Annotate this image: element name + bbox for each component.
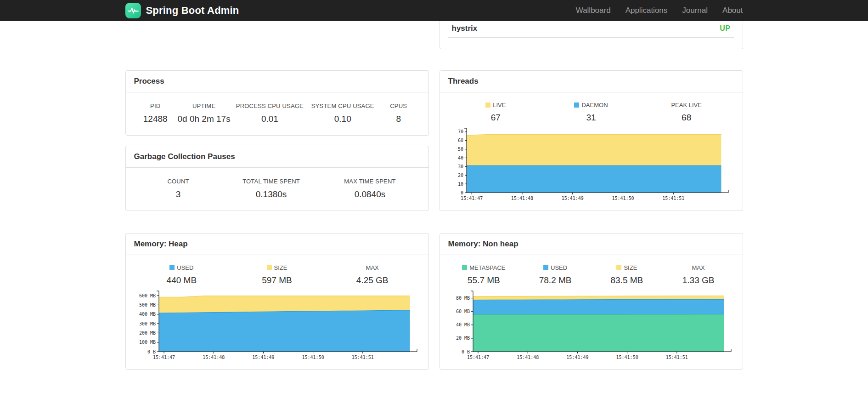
- legend-label: MAX: [692, 264, 705, 271]
- size-swatch-icon: [267, 265, 272, 270]
- health-item-name: hystrix: [452, 24, 478, 33]
- nav-item-journal[interactable]: Journal: [682, 6, 708, 15]
- gc-panel-title: Garbage Collection Pauses: [126, 146, 428, 168]
- svg-text:60 MB: 60 MB: [456, 309, 470, 314]
- main-nav: Wallboard Applications Journal About: [576, 6, 743, 15]
- process-panel-title: Process: [126, 71, 428, 92]
- process-metrics: PID 12488 UPTIME 0d 0h 2m 17s PROCESS CP…: [126, 92, 428, 135]
- svg-text:0 B: 0 B: [462, 349, 470, 354]
- metric-label: MAX TIME SPENT: [320, 178, 420, 185]
- used-swatch-icon: [543, 265, 548, 270]
- svg-text:15:41:50: 15:41:50: [612, 196, 634, 201]
- legend-value: 597 MB: [229, 275, 325, 285]
- health-row-hystrix: hystrix UP: [448, 21, 734, 38]
- gc-panel: Garbage Collection Pauses COUNT 3 TOTAL …: [125, 146, 429, 211]
- daemon-swatch-icon: [574, 102, 579, 108]
- process-panel: Process PID 12488 UPTIME 0d 0h 2m 17s PR…: [125, 70, 429, 136]
- svg-text:15:41:51: 15:41:51: [666, 355, 688, 360]
- svg-text:0 B: 0 B: [147, 349, 156, 354]
- svg-text:15:41:48: 15:41:48: [203, 355, 225, 360]
- legend-label: LIVE: [493, 102, 506, 108]
- nonheap-legend: METASPACE 55.7 MB USED 78.2 MB SIZE: [440, 255, 743, 285]
- metric-system-cpu-usage: SYSTEM CPU USAGE 0.10: [309, 102, 378, 124]
- metric-value: 8: [377, 114, 420, 124]
- used-swatch-icon: [169, 265, 175, 270]
- svg-text:10: 10: [458, 182, 463, 187]
- svg-text:200 MB: 200 MB: [139, 330, 156, 336]
- legend-value: 4.25 GB: [325, 275, 420, 285]
- legend-label: USED: [551, 264, 567, 271]
- legend-item-used: USED 78.2 MB: [519, 264, 591, 285]
- metric-value: 0.10: [309, 114, 378, 124]
- health-panel: hystrix UP: [440, 21, 743, 49]
- svg-text:40 MB: 40 MB: [456, 322, 470, 327]
- legend-item-daemon: DAEMON 31: [543, 102, 639, 123]
- svg-text:15:41:47: 15:41:47: [153, 355, 175, 360]
- memory-nonheap-chart: 0 B20 MB40 MB60 MB80 MB15:41:4715:41:481…: [440, 290, 743, 363]
- nav-item-applications[interactable]: Applications: [626, 6, 668, 15]
- metric-value: 0.01: [231, 114, 308, 124]
- legend-item-size: SIZE 597 MB: [229, 264, 325, 285]
- metric-value: 0d 0h 2m 17s: [177, 114, 231, 124]
- svg-text:70: 70: [458, 129, 463, 134]
- legend-label: SIZE: [274, 264, 287, 271]
- legend-value: 68: [639, 113, 734, 123]
- metrics-row-section: Process PID 12488 UPTIME 0d 0h 2m 17s PR…: [125, 70, 743, 211]
- svg-text:15:41:50: 15:41:50: [616, 355, 638, 360]
- memory-row-section: Memory: Heap USED 440 MB SIZE 597 MB: [125, 233, 743, 370]
- metric-process-cpu-usage: PROCESS CPU USAGE 0.01: [231, 102, 308, 124]
- svg-text:80 MB: 80 MB: [456, 296, 470, 301]
- metric-label: TOTAL TIME SPENT: [223, 178, 320, 185]
- status-badge: UP: [720, 24, 730, 33]
- nav-item-wallboard[interactable]: Wallboard: [576, 6, 611, 15]
- brand-link[interactable]: Spring Boot Admin: [125, 3, 239, 18]
- svg-text:300 MB: 300 MB: [139, 321, 156, 326]
- legend-value: 67: [448, 113, 544, 123]
- legend-item-max: MAX 4.25 GB: [325, 264, 420, 285]
- legend-item-metaspace: METASPACE 55.7 MB: [448, 264, 520, 285]
- threads-panel: Threads LIVE 67 DAEMON 31: [440, 70, 743, 211]
- metric-gc-total-time: TOTAL TIME SPENT 0.1380s: [223, 178, 320, 199]
- legend-label: METASPACE: [469, 264, 505, 271]
- legend-label: PEAK LIVE: [671, 102, 701, 108]
- metric-label: PROCESS CPU USAGE: [231, 102, 308, 109]
- memory-nonheap-title: Memory: Non heap: [440, 233, 743, 255]
- svg-text:15:41:48: 15:41:48: [517, 355, 539, 360]
- threads-panel-title: Threads: [440, 71, 743, 92]
- svg-text:40: 40: [458, 155, 463, 160]
- svg-text:15:41:51: 15:41:51: [352, 355, 374, 360]
- metric-label: COUNT: [134, 178, 223, 185]
- metric-pid: PID 12488: [134, 102, 177, 124]
- legend-label: DAEMON: [581, 102, 608, 108]
- metric-gc-max-time: MAX TIME SPENT 0.0840s: [320, 178, 420, 199]
- left-column: Process PID 12488 UPTIME 0d 0h 2m 17s PR…: [125, 70, 429, 211]
- metric-value: 0.1380s: [223, 189, 320, 199]
- size-swatch-icon: [616, 265, 621, 270]
- metric-label: SYSTEM CPU USAGE: [309, 102, 378, 109]
- legend-label: SIZE: [624, 264, 637, 271]
- svg-text:15:41:50: 15:41:50: [302, 355, 324, 360]
- legend-label: MAX: [366, 264, 379, 271]
- legend-item-max: MAX 1.33 GB: [663, 264, 734, 285]
- legend-item-size: SIZE 83.5 MB: [591, 264, 663, 285]
- threads-legend: LIVE 67 DAEMON 31 PEAK LIVE 68: [440, 92, 743, 123]
- metric-value: 12488: [134, 114, 177, 124]
- gc-metrics: COUNT 3 TOTAL TIME SPENT 0.1380s MAX TIM…: [126, 168, 428, 211]
- heap-legend: USED 440 MB SIZE 597 MB MAX 4.25 GB: [126, 255, 428, 285]
- nav-item-about[interactable]: About: [722, 6, 743, 15]
- svg-text:60: 60: [458, 138, 463, 143]
- metric-uptime: UPTIME 0d 0h 2m 17s: [177, 102, 231, 124]
- svg-text:20 MB: 20 MB: [456, 336, 470, 341]
- svg-text:15:41:47: 15:41:47: [467, 355, 489, 360]
- legend-value: 55.7 MB: [448, 275, 520, 285]
- metric-value: 0.0840s: [320, 189, 420, 199]
- memory-heap-title: Memory: Heap: [126, 233, 428, 255]
- legend-item-peak-live: PEAK LIVE 68: [639, 102, 734, 123]
- brand-title: Spring Boot Admin: [146, 5, 239, 17]
- svg-text:15:41:49: 15:41:49: [566, 355, 588, 360]
- svg-text:15:41:51: 15:41:51: [662, 196, 684, 201]
- legend-value: 83.5 MB: [591, 275, 663, 285]
- top-row-spacer: [125, 21, 429, 49]
- legend-value: 1.33 GB: [663, 275, 734, 285]
- spring-boot-admin-logo-icon: [125, 3, 141, 18]
